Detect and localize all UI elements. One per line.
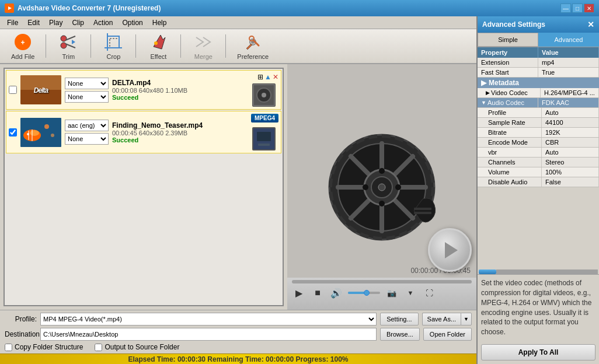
- apply-to-all-button[interactable]: Apply To All: [481, 344, 595, 360]
- content-area: Delta None None DELTA.mp4: [0, 64, 476, 310]
- menu-action[interactable]: Action: [89, 18, 117, 28]
- file-controls-2: aac (eng) None: [65, 120, 109, 145]
- property-channels: Channels: [478, 158, 542, 167]
- profile-select[interactable]: MP4 MPEG-4 Video(*.mp4): [40, 313, 377, 326]
- tab-simple[interactable]: Simple: [478, 33, 538, 47]
- list-item: Volume 100%: [478, 167, 599, 177]
- effect-button[interactable]: Effect: [141, 31, 176, 61]
- screenshot-button[interactable]: 📷: [385, 286, 399, 300]
- file-action-up-icon[interactable]: ▲: [264, 73, 271, 81]
- property-videocodec: ▶ Video Codec: [478, 88, 541, 97]
- separator-1: [46, 34, 46, 58]
- output-source-checkbox[interactable]: Output to Source Folder: [95, 343, 179, 351]
- convert-play-icon: [445, 242, 458, 258]
- menu-file[interactable]: File: [2, 18, 23, 28]
- audio-track-select-1[interactable]: None: [65, 78, 109, 89]
- destination-input[interactable]: [40, 328, 377, 341]
- value-faststart[interactable]: True: [538, 68, 599, 77]
- window-controls[interactable]: — □ ✕: [560, 4, 594, 13]
- trim-label: Trim: [62, 53, 75, 60]
- menu-play[interactable]: Play: [44, 18, 67, 28]
- value-profile[interactable]: Auto: [542, 108, 599, 117]
- property-vbr: vbr: [478, 148, 542, 157]
- preference-button[interactable]: Preference: [231, 31, 275, 61]
- output-source-check[interactable]: [95, 344, 102, 351]
- file-actions-1: ⊞ ▲ ✕: [249, 73, 278, 107]
- volume-slider[interactable]: [348, 289, 380, 296]
- svg-point-30: [27, 133, 29, 135]
- value-bitrate[interactable]: 192K: [542, 128, 599, 137]
- preview-area: 00:00:00 / 00:00:45 ▶ ■ 🔊: [287, 64, 476, 310]
- expand-icon-video[interactable]: ▶: [486, 90, 490, 96]
- main-container: File Edit Play Clip Action Option Help +…: [0, 16, 599, 364]
- subtitle-select-1[interactable]: None: [65, 91, 109, 103]
- stop-button[interactable]: ■: [311, 286, 325, 300]
- file-meta-1: 00:00:08 640x480 1.10MB: [112, 87, 246, 94]
- value-audiocodec[interactable]: FDK AAC: [538, 98, 599, 107]
- property-header: Property: [478, 47, 538, 58]
- table-row[interactable]: Delta None None DELTA.mp4: [6, 70, 281, 110]
- svg-marker-8: [72, 40, 75, 44]
- profile-row: Profile: MP4 MPEG-4 Video(*.mp4) Setting…: [5, 313, 472, 326]
- file-action-close-icon[interactable]: ✕: [273, 73, 278, 81]
- value-encodemode[interactable]: CBR: [542, 138, 599, 147]
- value-channels[interactable]: Stereo: [542, 158, 599, 167]
- save-as-dropdown[interactable]: ▼: [461, 313, 472, 326]
- svg-line-6: [65, 36, 75, 40]
- svg-point-53: [363, 184, 368, 190]
- expand-icon-audio[interactable]: ▼: [481, 100, 486, 106]
- settings-btn[interactable]: ▼: [403, 286, 417, 300]
- save-as-button[interactable]: Save As...: [422, 313, 461, 326]
- subtitle-select-2[interactable]: None: [65, 133, 109, 145]
- value-samplerate[interactable]: 44100: [542, 118, 599, 127]
- value-extension[interactable]: mp4: [538, 58, 599, 67]
- file-action-grid-icon[interactable]: ⊞: [257, 73, 263, 81]
- file-list[interactable]: Delta None None DELTA.mp4: [4, 68, 284, 306]
- progress-bar[interactable]: [292, 280, 472, 284]
- advanced-settings-close[interactable]: ✕: [587, 20, 594, 29]
- convert-button[interactable]: [428, 228, 472, 272]
- fullscreen-button[interactable]: ⛶: [422, 286, 436, 300]
- property-audiocodec: ▼ Audio Codec: [478, 98, 538, 107]
- open-folder-button[interactable]: Open Folder: [423, 328, 472, 341]
- property-extension: Extension: [478, 58, 538, 67]
- add-file-button[interactable]: + Add File: [5, 31, 41, 61]
- value-volume[interactable]: 100%: [542, 167, 599, 177]
- file-checkbox-1[interactable]: [9, 86, 17, 94]
- convert-button-area: [428, 228, 472, 272]
- separator-5: [225, 34, 226, 58]
- maximize-button[interactable]: □: [572, 4, 583, 13]
- file-checkbox-2[interactable]: [9, 128, 17, 136]
- audio-track-select-2[interactable]: aac (eng): [65, 120, 109, 131]
- svg-point-54: [395, 184, 401, 190]
- menu-option[interactable]: Option: [117, 18, 147, 28]
- menu-help[interactable]: Help: [148, 18, 172, 28]
- value-vbr[interactable]: Auto: [542, 148, 599, 157]
- progress-text: Elapsed Time: 00:00:30 Remaining Time: 0…: [128, 355, 348, 363]
- browse-button[interactable]: Browse...: [380, 328, 420, 341]
- crop-button[interactable]: Crop: [96, 31, 131, 61]
- menu-edit[interactable]: Edit: [23, 18, 44, 28]
- setting-button[interactable]: Setting...: [380, 313, 418, 326]
- volume-button[interactable]: 🔊: [329, 286, 343, 300]
- menu-clip[interactable]: Clip: [67, 18, 89, 28]
- close-button[interactable]: ✕: [584, 4, 594, 13]
- minimize-button[interactable]: —: [560, 4, 571, 13]
- advanced-description: Set the video codec (methods of compress…: [478, 274, 599, 341]
- tab-advanced[interactable]: Advanced: [538, 33, 599, 47]
- copy-folder-checkbox[interactable]: Copy Folder Structure: [5, 343, 83, 351]
- value-videocodec[interactable]: H.264/MPEG-4 ...: [541, 88, 599, 97]
- separator-3: [135, 34, 136, 58]
- trim-button[interactable]: Trim: [51, 31, 86, 61]
- merge-button[interactable]: Merge: [186, 31, 221, 61]
- metadata-section[interactable]: ▶ Metadata: [478, 78, 599, 88]
- list-item: Fast Start True: [478, 68, 599, 78]
- player-controls: ▶ ■ 🔊 📷 ▼ ⛶: [287, 278, 476, 310]
- table-row[interactable]: aac (eng) None Finding_Nemo_Teaser.mp4 0…: [6, 111, 281, 153]
- value-disableaudio[interactable]: False: [542, 177, 599, 187]
- settings-scrollbar[interactable]: [479, 270, 598, 274]
- description-text: Set the video codec (methods of compress…: [481, 279, 591, 336]
- property-encodemode: Encode Mode: [478, 138, 542, 147]
- copy-folder-check[interactable]: [5, 344, 12, 351]
- play-button[interactable]: ▶: [292, 286, 306, 300]
